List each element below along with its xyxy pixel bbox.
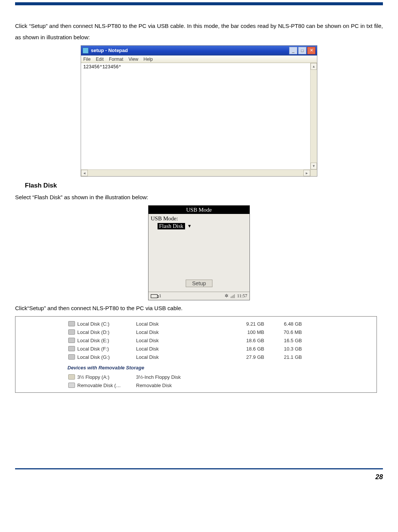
drive-name: 3½ Floppy (A:) <box>77 374 136 380</box>
drive-type: Local Disk <box>136 354 227 360</box>
paragraph-flash-intro: Select “Flash Disk” as shown in the illu… <box>15 192 383 203</box>
battery-indicator: 1 <box>151 293 161 299</box>
scrollbar-vertical[interactable]: ▲ ▼ <box>310 63 317 169</box>
maximize-button[interactable]: □ <box>298 47 306 54</box>
drive-icon <box>68 354 75 360</box>
drive-free: 6.48 GB <box>264 321 302 327</box>
drive-size: 18.6 GB <box>227 346 264 352</box>
bluetooth-icon: ✲ <box>225 293 228 299</box>
scroll-track-v[interactable] <box>311 70 317 163</box>
scroll-left-icon[interactable]: ◄ <box>81 170 88 176</box>
table-row[interactable]: Local Disk (G:) Local Disk 27.9 GB 21.1 … <box>68 353 377 361</box>
drive-name: Local Disk (D:) <box>77 329 136 335</box>
setup-button[interactable]: Setup <box>186 280 213 287</box>
drive-free: 10.3 GB <box>264 346 302 352</box>
drive-type: Local Disk <box>136 346 227 352</box>
drive-name: Local Disk (G:) <box>77 354 136 360</box>
drive-name: Local Disk (C:) <box>77 321 136 327</box>
drive-icon <box>68 338 75 343</box>
table-row[interactable]: Local Disk (F:) Local Disk 18.6 GB 10.3 … <box>68 344 377 353</box>
notepad-titlebar: setup - Notepad _ □ ✕ <box>81 46 317 55</box>
paragraph-intro: Click “Setup” and then connect NLS-PT80 … <box>15 20 383 43</box>
signal-icon <box>231 294 235 298</box>
menu-file[interactable]: File <box>83 57 90 62</box>
drive-icon <box>68 346 75 351</box>
drive-size: 100 MB <box>227 329 264 335</box>
menu-format[interactable]: Format <box>109 57 123 62</box>
table-row[interactable]: Removable Disk (… Removable Disk <box>68 381 377 389</box>
usbmode-body: USB Mode: Flash Disk ▼ Setup 1 ✲ 11:57 <box>148 214 250 300</box>
usbmode-window: USB Mode USB Mode: Flash Disk ▼ Setup 1 … <box>148 205 250 300</box>
drive-free: 21.1 GB <box>264 354 302 360</box>
drive-free: 70.6 MB <box>264 329 302 335</box>
drive-name: Removable Disk (… <box>77 383 136 388</box>
drive-name: Local Disk (F:) <box>77 346 136 352</box>
usbmode-value: Flash Disk <box>158 223 185 229</box>
notepad-icon <box>83 48 89 54</box>
notepad-window: setup - Notepad _ □ ✕ File Edit Format V… <box>81 45 317 177</box>
resize-grip-icon[interactable] <box>310 170 317 176</box>
scroll-track-h[interactable] <box>88 170 303 176</box>
battery-index: 1 <box>159 293 161 299</box>
scroll-down-icon[interactable]: ▼ <box>311 163 317 169</box>
drive-type: Local Disk <box>136 338 227 343</box>
notepad-text[interactable]: 123456*123456* <box>81 63 317 71</box>
drive-size: 27.9 GB <box>227 354 264 360</box>
scroll-right-icon[interactable]: ► <box>303 170 310 176</box>
usbmode-select[interactable]: Flash Disk ▼ <box>158 223 193 229</box>
drive-type: Local Disk <box>136 321 227 327</box>
explorer-window: Local Disk (C:) Local Disk 9.21 GB 6.48 … <box>15 316 377 393</box>
menu-edit[interactable]: Edit <box>96 57 104 62</box>
table-row[interactable]: 3½ Floppy (A:) 3½-Inch Floppy Disk <box>68 373 377 381</box>
notepad-menubar: File Edit Format View Help <box>81 55 317 63</box>
table-row[interactable]: Local Disk (D:) Local Disk 100 MB 70.6 M… <box>68 328 377 336</box>
bottom-rule <box>15 468 383 469</box>
usbmode-label: USB Mode: <box>151 215 247 222</box>
drive-type: Removable Disk <box>136 383 227 388</box>
minimize-button[interactable]: _ <box>289 47 297 54</box>
page-number: 28 <box>15 473 383 486</box>
drive-type: Local Disk <box>136 329 227 335</box>
drive-size: 9.21 GB <box>227 321 264 327</box>
table-row[interactable]: Local Disk (C:) Local Disk 9.21 GB 6.48 … <box>68 320 377 328</box>
scroll-up-icon[interactable]: ▲ <box>311 63 317 70</box>
dropdown-icon[interactable]: ▼ <box>187 223 193 229</box>
removable-heading: Devices with Removable Storage <box>67 365 377 371</box>
notepad-title: setup - Notepad <box>91 48 289 53</box>
notepad-body: 123456*123456* ▲ ▼ ◄ ► <box>81 63 317 176</box>
drive-icon <box>68 321 75 326</box>
window-buttons: _ □ ✕ <box>289 47 315 54</box>
scrollbar-horizontal[interactable]: ◄ ► <box>81 169 317 176</box>
menu-view[interactable]: View <box>129 57 138 62</box>
usbmode-title: USB Mode <box>148 206 250 214</box>
menu-help[interactable]: Help <box>144 57 153 62</box>
usbmode-statusbar: 1 ✲ 11:57 <box>148 292 250 300</box>
top-rule <box>15 2 383 5</box>
battery-icon <box>151 294 158 298</box>
paragraph-after-usb: Click“Setup” and then connect NLS-PT80 t… <box>15 303 383 314</box>
floppy-icon <box>68 374 75 380</box>
drive-size: 18.6 GB <box>227 338 264 343</box>
table-row[interactable]: Local Disk (E:) Local Disk 18.6 GB 16.5 … <box>68 336 377 344</box>
drive-name: Local Disk (E:) <box>77 338 136 343</box>
section-flash-disk: Flash Disk <box>25 182 383 189</box>
clock: 11:57 <box>237 293 247 299</box>
drive-icon <box>68 329 75 335</box>
drive-free: 16.5 GB <box>264 338 302 343</box>
status-right: ✲ 11:57 <box>225 293 247 299</box>
drive-type: 3½-Inch Floppy Disk <box>136 374 227 380</box>
close-button[interactable]: ✕ <box>307 47 315 54</box>
removable-icon <box>68 383 75 388</box>
